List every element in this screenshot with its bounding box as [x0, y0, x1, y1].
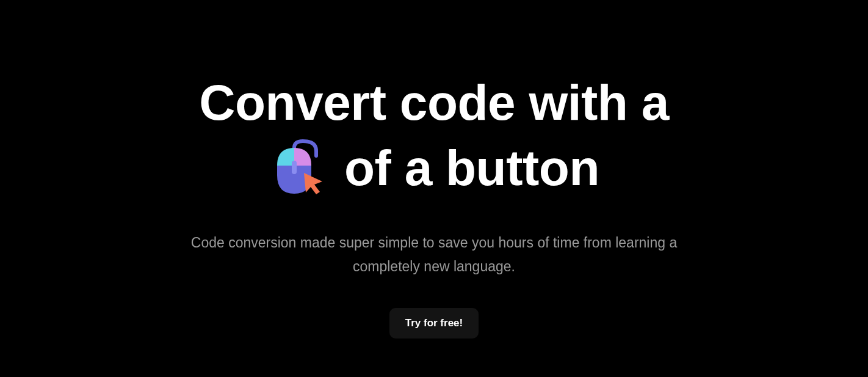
mouse-click-icon — [269, 137, 330, 199]
hero-section: Convert code with a of a — [184, 70, 684, 339]
hero-title-line1: Convert code with a — [199, 70, 669, 136]
hero-title: Convert code with a of a — [199, 70, 669, 200]
svg-rect-0 — [292, 161, 297, 174]
hero-subtitle: Code conversion made super simple to sav… — [184, 231, 684, 279]
hero-title-line2-text: of a button — [344, 136, 599, 201]
try-for-free-button[interactable]: Try for free! — [389, 308, 479, 339]
hero-title-line2-wrapper: of a button — [199, 136, 669, 201]
